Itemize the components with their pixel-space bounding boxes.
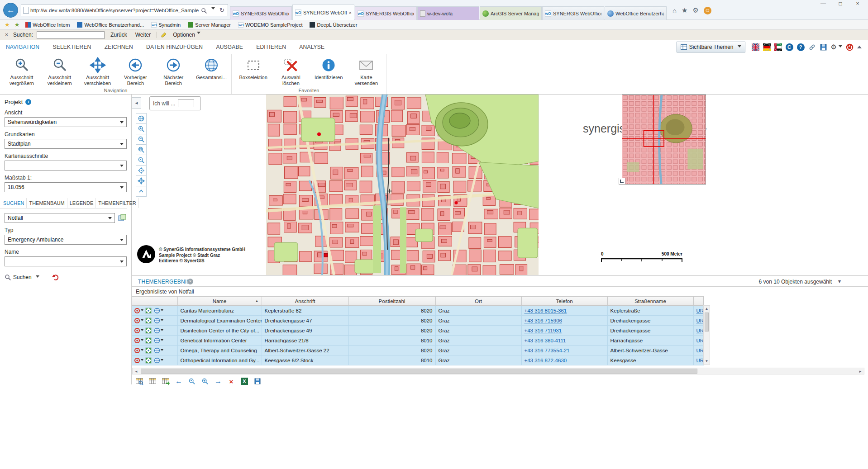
results-horizontal-scrollbar[interactable]: ◂ ▸ — [132, 368, 864, 374]
browser-tab[interactable]: wOSYNERGIS WebOffice Ad... — [355, 6, 417, 20]
find-back-button[interactable]: Zurück — [108, 32, 129, 38]
main-map[interactable] — [266, 95, 539, 275]
zoom-last-tool[interactable] — [136, 155, 147, 166]
url-link[interactable]: UR — [696, 328, 704, 333]
target-caret-icon[interactable] — [141, 359, 143, 362]
language-english-flag-icon[interactable] — [752, 43, 759, 51]
collapse-ribbon-icon[interactable] — [857, 43, 862, 48]
zoom-plus-result-icon[interactable] — [200, 377, 210, 386]
help-icon[interactable]: ? — [797, 43, 805, 51]
scroll-left-icon[interactable]: ◂ — [133, 369, 140, 374]
zoom-out-button[interactable]: Ausschnittverkleinern — [41, 57, 79, 86]
phone-link[interactable]: +43 316 711931 — [525, 328, 562, 333]
search-options-caret-icon[interactable] — [36, 275, 39, 280]
feedback-smiley-icon[interactable]: ☺ — [704, 7, 711, 14]
pan-tool[interactable] — [136, 175, 147, 186]
zoom-to-results-icon[interactable] — [135, 377, 144, 386]
favorite-link[interactable]: DeepL Übersetzer — [306, 20, 360, 29]
identify-button[interactable]: Identifizieren — [310, 57, 348, 86]
browser-tab[interactable]: ArcGIS Server Manager — [480, 6, 542, 20]
ich-will-input[interactable] — [178, 99, 194, 107]
copyright-icon[interactable]: C — [786, 43, 793, 51]
ich-will-box[interactable]: Ich will ... — [149, 96, 201, 110]
maximize-button[interactable]: □ — [832, 0, 849, 8]
result-row[interactable]: Dermatological Examination Center Dreiha… — [132, 316, 703, 326]
grundkarten-dropdown[interactable]: Stadtplan — [5, 139, 127, 149]
excel-export-icon[interactable]: X — [240, 377, 249, 386]
phone-link[interactable]: +43 316 773554-21 — [525, 348, 570, 353]
tab-selektieren[interactable]: SELEKTIEREN — [47, 40, 97, 54]
collapse-tools-icon[interactable] — [136, 186, 147, 197]
result-row[interactable]: Omega, Therapy and Counseling Albert-Sch… — [132, 346, 703, 355]
overview-globe-tool[interactable] — [136, 113, 147, 124]
massstab-dropdown[interactable]: 18.056 — [5, 182, 127, 192]
identify-target-icon[interactable] — [134, 347, 140, 354]
scroll-up-icon[interactable]: ▲ — [704, 306, 710, 312]
minimize-button[interactable]: — — [815, 0, 832, 8]
find-options-button[interactable]: Optionen — [171, 32, 203, 38]
result-row[interactable]: Disinfection Center of the City of... Dr… — [132, 326, 703, 336]
search-button[interactable]: Suchen — [13, 274, 32, 280]
phone-link[interactable]: +43 316 872-4630 — [525, 358, 567, 363]
globe-caret-icon[interactable] — [161, 359, 163, 362]
autocomplete-caret-icon[interactable] — [209, 7, 217, 14]
zoom-box-tool[interactable] — [136, 144, 147, 155]
url-link[interactable]: UR — [696, 308, 704, 313]
globe-caret-icon[interactable] — [161, 319, 163, 322]
save-project-icon[interactable] — [820, 43, 827, 51]
url-link[interactable]: UR — [696, 358, 704, 363]
tab-close-icon[interactable]: × — [349, 10, 352, 15]
favorite-link[interactable]: WebOffice Benutzerhand... — [74, 20, 147, 29]
remove-results-icon[interactable]: × — [227, 377, 236, 386]
result-table-icon[interactable] — [148, 377, 157, 386]
address-bar[interactable]: ↻ — [21, 4, 228, 16]
sort-asc-icon[interactable]: ▲ — [255, 299, 259, 303]
highlight-pen-icon[interactable] — [161, 32, 167, 38]
link-icon[interactable] — [808, 43, 816, 51]
results-vertical-scrollbar[interactable]: ▲ ▼ — [703, 305, 710, 365]
tab-navigation[interactable]: NAVIGATION — [0, 40, 45, 54]
tab-themenbaum[interactable]: THEMENBAUM — [27, 198, 67, 208]
result-row[interactable]: Caritas Marieambulanz Keplerstraße 82 80… — [132, 306, 703, 316]
scrollbar-thumb[interactable] — [705, 313, 709, 332]
identify-target-icon[interactable] — [134, 317, 140, 324]
browser-tab[interactable]: WebOffice Benutzerhan... — [605, 6, 667, 20]
globe-icon[interactable] — [154, 347, 160, 354]
tab-legende[interactable]: LEGENDE — [67, 198, 96, 208]
zoom-to-object-icon[interactable] — [145, 347, 152, 354]
tab-suchen[interactable]: SUCHEN — [1, 198, 27, 208]
box-selection-button[interactable]: Boxselektion — [234, 57, 272, 86]
favorites-star-icon[interactable]: ★ — [682, 6, 687, 14]
overview-expand-icon[interactable] — [619, 178, 625, 185]
target-caret-icon[interactable] — [141, 339, 143, 342]
browser-back-button[interactable]: ← — [3, 3, 18, 18]
url-link[interactable]: UR — [696, 318, 704, 323]
find-close-icon[interactable]: × — [4, 32, 10, 38]
tools-gear-icon[interactable]: ⚙ — [693, 6, 699, 14]
sidebar-collapse-button[interactable]: ◂ — [132, 97, 141, 109]
url-input[interactable] — [30, 8, 199, 13]
globe-caret-icon[interactable] — [161, 329, 163, 332]
globe-icon[interactable] — [154, 357, 160, 364]
target-caret-icon[interactable] — [141, 329, 143, 332]
save-results-icon[interactable] — [253, 377, 262, 386]
url-link[interactable]: UR — [696, 338, 704, 343]
zoom-in-button[interactable]: Ausschnittvergrößern — [3, 57, 41, 86]
overview-map[interactable] — [622, 95, 706, 185]
tab-analyse[interactable]: ANALYSE — [293, 40, 330, 54]
home-icon[interactable]: ⌂ — [672, 7, 677, 14]
url-link[interactable]: UR — [696, 348, 704, 353]
target-caret-icon[interactable] — [141, 309, 143, 313]
previous-page-icon[interactable]: ← — [174, 377, 183, 386]
settings-gear-icon[interactable]: ⚙ — [831, 43, 842, 51]
scroll-right-icon[interactable]: ▸ — [857, 369, 864, 374]
favorite-link[interactable]: WebOffice Intern — [22, 20, 73, 29]
tab-editieren[interactable]: EDITIEREN — [250, 40, 292, 54]
column-header-postleitzahl[interactable]: Postleitzahl — [348, 297, 435, 306]
pan-button[interactable]: Ausschnittverschieben — [79, 57, 117, 86]
browser-tab-active[interactable]: wOSYNERGIS WebOffice ...× — [292, 5, 354, 20]
zoom-to-object-icon[interactable] — [145, 308, 152, 314]
globe-icon[interactable] — [154, 317, 160, 324]
logout-power-icon[interactable] — [846, 43, 854, 51]
identify-target-icon[interactable] — [134, 337, 140, 344]
